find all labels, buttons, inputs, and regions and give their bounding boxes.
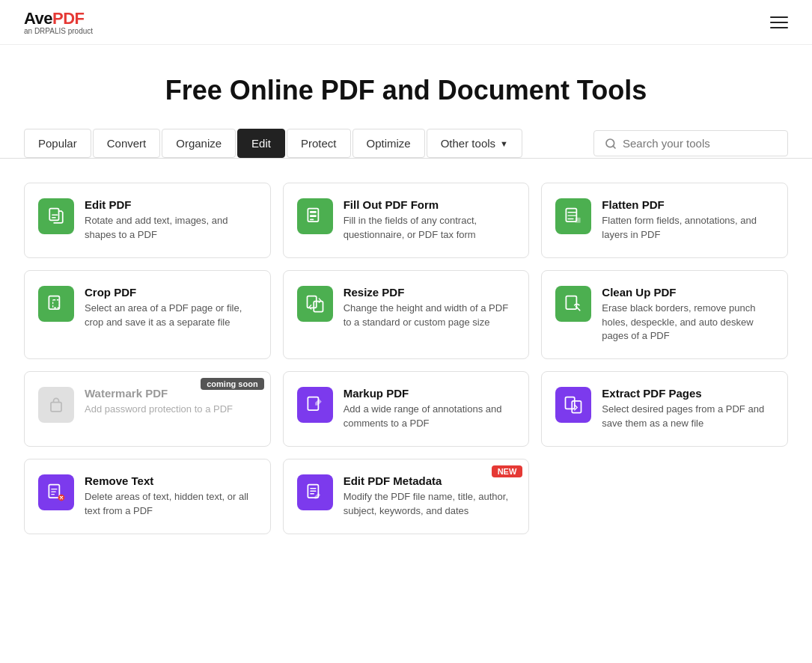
flatten-pdf-info: Flatten PDF Flatten form fields, annotat… [602, 198, 774, 242]
edit-pdf-metadata-icon [297, 474, 333, 510]
resize-pdf-desc: Change the height and width of a PDF to … [344, 302, 516, 330]
remove-text-info: Remove Text Delete areas of text, hidden… [85, 474, 257, 519]
tool-card-remove-text[interactable]: Remove Text Delete areas of text, hidden… [24, 459, 271, 534]
tab-popular[interactable]: Popular [24, 129, 91, 158]
tools-grid: Edit PDF Rotate and add text, images, an… [0, 183, 812, 564]
svg-rect-6 [310, 219, 314, 221]
svg-rect-5 [310, 215, 317, 217]
svg-rect-14 [51, 403, 61, 412]
svg-rect-13 [567, 296, 577, 309]
tool-card-extract-pdf-pages[interactable]: Extract PDF Pages Select desired pages f… [541, 371, 788, 447]
hamburger-menu[interactable] [770, 16, 788, 28]
logo-text: AvePDF [24, 9, 93, 28]
svg-rect-16 [566, 397, 575, 409]
crop-pdf-info: Crop PDF Select an area of a PDF page or… [85, 286, 257, 330]
search-icon [605, 138, 617, 150]
tool-card-clean-up-pdf[interactable]: Clean Up PDF Erase black borders, remove… [541, 270, 788, 360]
flatten-pdf-desc: Flatten form fields, annotations, and la… [602, 214, 774, 242]
new-badge: NEW [492, 465, 523, 477]
watermark-pdf-desc: Add password protection to a PDF [85, 403, 257, 417]
search-box[interactable] [593, 130, 788, 156]
tab-protect[interactable]: Protect [287, 129, 351, 158]
markup-pdf-info: Markup PDF Add a wide range of annotatio… [344, 387, 516, 431]
remove-text-desc: Delete areas of text, hidden text, or al… [85, 490, 257, 519]
edit-pdf-name: Edit PDF [85, 198, 257, 211]
svg-rect-12 [314, 301, 323, 311]
resize-pdf-info: Resize PDF Change the height and width o… [344, 286, 516, 330]
tool-card-edit-pdf[interactable]: Edit PDF Rotate and add text, images, an… [24, 183, 271, 258]
chevron-down-icon: ▼ [500, 139, 508, 148]
header: AvePDF an DRPALIS product [0, 0, 812, 45]
svg-rect-7 [567, 209, 577, 222]
tool-card-markup-pdf[interactable]: Markup PDF Add a wide range of annotatio… [283, 371, 530, 447]
markup-pdf-desc: Add a wide range of annotations and comm… [344, 403, 516, 431]
edit-pdf-desc: Rotate and add text, images, and shapes … [85, 214, 257, 242]
crop-pdf-icon [38, 286, 74, 322]
hero-section: Free Online PDF and Document Tools [0, 45, 812, 129]
clean-up-pdf-name: Clean Up PDF [602, 286, 774, 299]
fill-out-pdf-form-name: Fill Out PDF Form [344, 198, 516, 211]
svg-rect-8 [576, 218, 581, 223]
watermark-pdf-info: Watermark PDF Add password protection to… [85, 387, 257, 417]
tab-convert[interactable]: Convert [93, 129, 161, 158]
search-input[interactable] [623, 137, 777, 150]
remove-text-icon [38, 474, 74, 510]
tool-card-resize-pdf[interactable]: Resize PDF Change the height and width o… [283, 270, 530, 360]
clean-up-pdf-icon [555, 286, 591, 322]
tool-card-watermark-pdf[interactable]: coming soon Watermark PDF Add password p… [24, 371, 271, 447]
tab-optimize[interactable]: Optimize [352, 129, 425, 158]
logo-sub: an DRPALIS product [24, 27, 93, 35]
tool-card-crop-pdf[interactable]: Crop PDF Select an area of a PDF page or… [24, 270, 271, 360]
hero-title: Free Online PDF and Document Tools [15, 75, 797, 106]
markup-pdf-icon [297, 387, 333, 423]
watermark-pdf-icon [38, 387, 74, 423]
logo: AvePDF an DRPALIS product [24, 9, 93, 35]
svg-rect-2 [49, 209, 58, 221]
nav-bar: Popular Convert Organize Edit Protect Op… [0, 129, 812, 159]
tab-organize[interactable]: Organize [162, 129, 236, 158]
tool-card-fill-out-pdf-form[interactable]: Fill Out PDF Form Fill in the fields of … [283, 183, 530, 258]
resize-pdf-name: Resize PDF [344, 286, 516, 299]
flatten-pdf-icon [555, 198, 591, 234]
nav-tabs: Popular Convert Organize Edit Protect Op… [24, 129, 522, 158]
tab-edit[interactable]: Edit [237, 129, 285, 158]
resize-pdf-icon [297, 286, 333, 322]
svg-rect-10 [53, 299, 60, 308]
markup-pdf-name: Markup PDF [344, 387, 516, 400]
remove-text-name: Remove Text [85, 474, 257, 487]
tool-card-flatten-pdf[interactable]: Flatten PDF Flatten form fields, annotat… [541, 183, 788, 258]
extract-pdf-pages-desc: Select desired pages from a PDF and save… [602, 403, 774, 431]
edit-pdf-metadata-desc: Modify the PDF file name, title, author,… [344, 490, 516, 519]
edit-pdf-metadata-info: Edit PDF Metadata Modify the PDF file na… [344, 474, 516, 519]
crop-pdf-name: Crop PDF [85, 286, 257, 299]
flatten-pdf-name: Flatten PDF [602, 198, 774, 211]
fill-out-pdf-form-icon [297, 198, 333, 234]
coming-soon-badge: coming soon [201, 378, 263, 390]
other-tools-dropdown[interactable]: Other tools ▼ [427, 129, 522, 158]
edit-pdf-info: Edit PDF Rotate and add text, images, an… [85, 198, 257, 242]
extract-pdf-pages-name: Extract PDF Pages [602, 387, 774, 400]
clean-up-pdf-info: Clean Up PDF Erase black borders, remove… [602, 286, 774, 344]
tool-card-edit-pdf-metadata[interactable]: NEW Edit PDF Metadata Modify the PDF fil… [283, 459, 530, 534]
clean-up-pdf-desc: Erase black borders, remove punch holes,… [602, 302, 774, 344]
fill-out-pdf-form-desc: Fill in the fields of any contract, ques… [344, 214, 516, 242]
svg-line-1 [613, 146, 615, 148]
crop-pdf-desc: Select an area of a PDF page or file, cr… [85, 302, 257, 330]
svg-rect-9 [49, 296, 59, 309]
extract-pdf-pages-info: Extract PDF Pages Select desired pages f… [602, 387, 774, 431]
edit-pdf-metadata-name: Edit PDF Metadata [344, 474, 516, 487]
svg-rect-18 [49, 484, 59, 498]
fill-out-pdf-form-info: Fill Out PDF Form Fill in the fields of … [344, 198, 516, 242]
extract-pdf-pages-icon [555, 387, 591, 423]
svg-rect-4 [310, 211, 317, 213]
edit-pdf-icon [38, 198, 74, 234]
